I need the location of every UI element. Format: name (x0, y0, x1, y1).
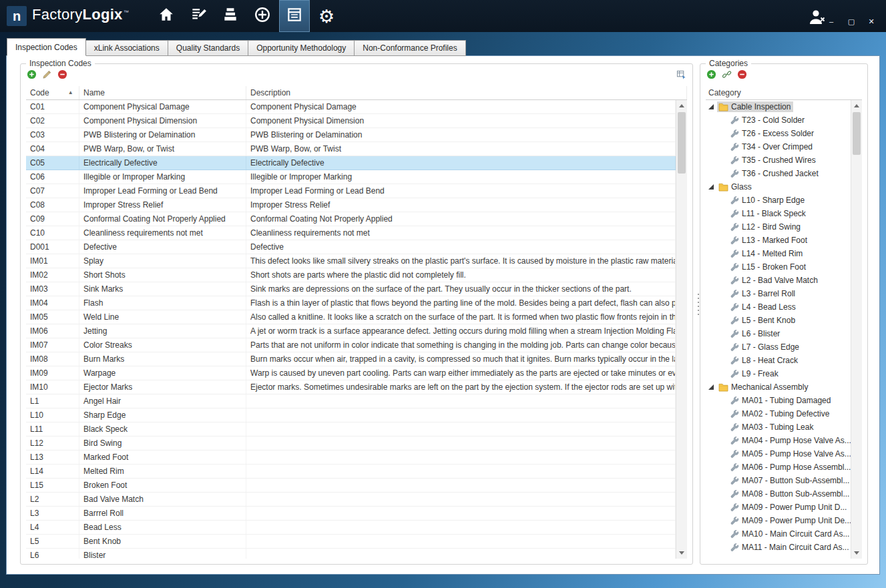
category-column-header[interactable]: Category (706, 86, 862, 100)
logout-user-button[interactable] (807, 8, 827, 25)
tree-leaf[interactable]: MA09 - Power Pump Unit De... (706, 514, 851, 527)
tree-leaf[interactable]: L2 - Bad Valve Match (706, 274, 851, 287)
home-nav-button[interactable] (151, 0, 182, 32)
table-row[interactable]: IM07Color StreaksParts that are not unif… (26, 338, 676, 352)
tree-leaf[interactable]: L7 - Glass Edge (706, 340, 851, 354)
scrollbar-thumb[interactable] (678, 112, 686, 174)
table-row[interactable]: C05Electrically DefectiveElectrically De… (26, 156, 676, 170)
table-row[interactable]: L10Sharp Edge (26, 408, 676, 422)
table-row[interactable]: IM01SplayThis defect looks like small si… (26, 254, 676, 268)
tab-non-conformance-profiles[interactable]: Non-Conformance Profiles (355, 40, 465, 56)
table-row[interactable]: IM03Sink MarksSink marks are depressions… (26, 282, 676, 296)
tree-expander-icon[interactable] (708, 103, 714, 110)
tree-leaf[interactable]: MA01 - Tubing Damaged (706, 394, 851, 407)
tree-leaf[interactable]: MA11 - Main Circuit Card As... (706, 541, 851, 554)
tab-xlink-associations[interactable]: xLink Associations (86, 40, 168, 56)
tree-leaf[interactable]: MA05 - Pump Hose Valve As... (706, 447, 851, 461)
scroll-down-arrow-icon[interactable] (851, 547, 862, 559)
scroll-up-arrow-icon[interactable] (851, 100, 862, 111)
tree-leaf[interactable]: T23 - Cold Solder (706, 113, 851, 127)
column-header-name[interactable]: Name (79, 86, 246, 99)
remove-category-button[interactable] (736, 70, 748, 81)
tree-leaf[interactable]: T34 - Over Crimped (706, 140, 851, 154)
tree-leaf[interactable]: MA02 - Tubing Defective (706, 407, 851, 420)
table-row[interactable]: C04PWB Warp, Bow, or TwistPWB Warp, Bow,… (26, 142, 676, 156)
table-row[interactable]: D001DefectiveDefective (26, 240, 676, 254)
table-row[interactable]: L5Bent Knob (26, 535, 676, 549)
table-row[interactable]: C01Component Physical DamageComponent Ph… (26, 100, 676, 114)
add-category-button[interactable] (706, 70, 717, 81)
scroll-down-arrow-icon[interactable] (676, 547, 687, 559)
maximize-button[interactable]: ▢ (847, 18, 855, 25)
table-row[interactable]: C07Improper Lead Forming or Lead BendImp… (26, 184, 676, 198)
table-row[interactable]: L6Blister (26, 549, 676, 559)
tree-leaf[interactable]: MA08 - Button Sub-Assembl... (706, 487, 851, 501)
tree-leaf[interactable]: MA09 - Power Pump Unit D... (706, 501, 851, 514)
production-nav-button[interactable] (247, 0, 278, 32)
table-scrollbar[interactable] (676, 100, 687, 559)
table-row[interactable]: IM08Burn MarksBurn marks occur when air,… (26, 352, 676, 366)
tree-folder[interactable]: Cable Inspection (706, 100, 851, 113)
tree-leaf[interactable]: MA10 - Main Circuit Card As... (706, 527, 851, 541)
table-row[interactable]: C02Component Physical DimensionComponent… (26, 114, 676, 128)
tree-leaf[interactable]: L8 - Heat Crack (706, 354, 851, 367)
table-row[interactable]: IM06JettingA jet or worm track is a surf… (26, 324, 676, 338)
table-row[interactable]: L14Melted Rim (26, 465, 676, 479)
table-row[interactable]: L12Bird Swing (26, 436, 676, 451)
table-row[interactable]: C10Cleanliness requirements not metClean… (26, 226, 676, 240)
materials-nav-button[interactable] (215, 0, 246, 32)
tree-leaf[interactable]: L13 - Marked Foot (706, 234, 851, 247)
table-row[interactable]: IM02Short ShotsShort shots are parts whe… (26, 268, 676, 282)
tree-leaf[interactable]: T26 - Excess Solder (706, 127, 851, 140)
table-row[interactable]: L11Black Speck (26, 422, 676, 436)
table-row[interactable]: L15Broken Foot (26, 479, 676, 493)
definitions-nav-button[interactable] (183, 0, 214, 32)
tree-leaf[interactable]: L15 - Broken Foot (706, 260, 851, 274)
table-row[interactable]: C09Conformal Coating Not Properly Applie… (26, 212, 676, 226)
table-row[interactable]: IM04FlashFlash is a thin layer of plasti… (26, 296, 676, 310)
tab-inspection-codes[interactable]: Inspection Codes (7, 38, 86, 56)
tree-leaf[interactable]: L4 - Bead Less (706, 300, 851, 314)
table-row[interactable]: IM09WarpageWarp is caused by uneven part… (26, 366, 676, 380)
tree-folder[interactable]: Mechanical Assembly (706, 380, 851, 394)
tree-leaf[interactable]: L3 - Barrel Roll (706, 287, 851, 300)
scroll-up-arrow-icon[interactable] (676, 100, 687, 111)
tree-leaf[interactable]: L14 - Melted Rim (706, 247, 851, 260)
tree-expander-icon[interactable] (708, 384, 714, 390)
tree-leaf[interactable]: L12 - Bird Swing (706, 220, 851, 234)
table-row[interactable]: IM05Weld LineAlso called a knitline. It … (26, 310, 676, 324)
table-row[interactable]: L13Marked Foot (26, 451, 676, 465)
table-row[interactable]: L1Angel Hair (26, 394, 676, 408)
settings-nav-button[interactable]: ⚙ (311, 0, 342, 32)
table-row[interactable]: IM10Ejector MarksEjector marks. Sometime… (26, 380, 676, 394)
tab-opportunity-methodology[interactable]: Opportunity Methodology (248, 40, 355, 56)
table-row[interactable]: C06Illegible or Improper MarkingIllegibl… (26, 170, 676, 184)
table-row[interactable]: C08Improper Stress ReliefImproper Stress… (26, 198, 676, 212)
close-button[interactable]: ✕ (867, 18, 875, 25)
quality-nav-button-active[interactable] (279, 0, 310, 32)
table-row[interactable]: L4Bead Less (26, 521, 676, 535)
tree-leaf[interactable]: L10 - Sharp Edge (706, 194, 851, 207)
table-row[interactable]: L2Bad Valve Match (26, 493, 676, 507)
minimize-button[interactable]: – (827, 18, 835, 25)
tree-leaf[interactable]: MA04 - Pump Hose Valve As... (706, 434, 851, 447)
tree-leaf[interactable]: T36 - Crushed Jacket (706, 167, 851, 180)
tree-leaf[interactable]: L6 - Blister (706, 327, 851, 340)
table-row[interactable]: C03PWB Blistering or DelaminationPWB Bli… (26, 128, 676, 142)
tree-leaf[interactable]: L9 - Freak (706, 367, 851, 380)
scrollbar-thumb[interactable] (853, 112, 861, 155)
column-header-description[interactable]: Description (246, 86, 687, 99)
table-row[interactable]: L3Barrrel Roll (26, 507, 676, 521)
tab-quality-standards[interactable]: Quality Standards (168, 40, 248, 56)
edit-code-button[interactable] (41, 70, 53, 81)
column-header-code[interactable]: Code ▲ (26, 86, 79, 99)
tree-scrollbar[interactable] (851, 100, 862, 559)
add-code-button[interactable] (26, 70, 37, 81)
tree-leaf[interactable]: L5 - Bent Knob (706, 314, 851, 327)
tree-expander-icon[interactable] (708, 184, 714, 190)
remove-code-button[interactable] (57, 70, 68, 81)
tree-leaf[interactable]: L11 - Black Speck (706, 207, 851, 220)
tree-leaf[interactable]: MA03 - Tubing Leak (706, 420, 851, 434)
link-category-button[interactable] (721, 70, 732, 81)
tree-leaf[interactable]: MA06 - Pump Hose Assembl... (706, 461, 851, 474)
